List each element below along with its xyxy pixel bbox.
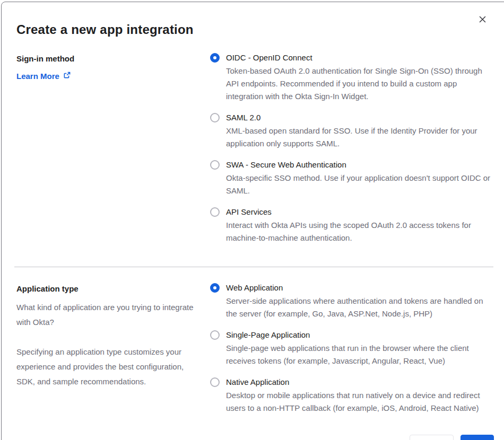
radio-option-description: Okta-specific SSO method. Use if your ap… [226, 172, 496, 197]
sign-in-method-options: OIDC - OpenID Connect Token-based OAuth … [210, 52, 504, 244]
radio-option-swa: SWA - Secure Web Authentication Okta-spe… [210, 159, 504, 197]
radio-option-label[interactable]: Web Application [226, 282, 496, 294]
radio-option-single-page-application: Single-Page Application Single-page web … [210, 329, 504, 367]
radio-option-description: Token-based OAuth 2.0 authentication for… [226, 65, 496, 103]
radio-option-description: Desktop or mobile applications that run … [226, 389, 496, 415]
application-type-left-column: Application type What kind of applicatio… [16, 283, 198, 415]
radio-option-description: Server-side applications where authentic… [226, 295, 496, 320]
close-icon [479, 15, 486, 23]
radio-option-label[interactable]: Native Application [226, 376, 496, 388]
learn-more-label: Learn More [16, 72, 59, 81]
sign-in-method-left-column: Sign-in method Learn More [16, 53, 198, 244]
radio-button-saml[interactable] [210, 113, 220, 122]
application-type-helper-1: What kind of application are you trying … [16, 300, 198, 330]
radio-button-web-application[interactable] [210, 283, 220, 293]
radio-button-single-page-application[interactable] [210, 330, 220, 340]
external-link-icon [63, 71, 71, 81]
radio-button-api-services[interactable] [210, 207, 220, 217]
radio-option-description: Single-page web applications that run in… [226, 342, 496, 367]
radio-option-native-application: Native Application Desktop or mobile app… [210, 376, 504, 415]
radio-button-swa[interactable] [210, 160, 220, 170]
radio-option-description: Interact with Okta APIs using the scoped… [226, 219, 496, 244]
close-button[interactable] [476, 13, 489, 25]
create-app-integration-dialog: Create a new app integration Sign-in met… [1, 2, 504, 440]
dialog-title: Create a new app integration [16, 22, 504, 37]
radio-option-label[interactable]: API Services [226, 206, 496, 218]
learn-more-link[interactable]: Learn More [16, 71, 71, 81]
radio-option-label[interactable]: SAML 2.0 [226, 112, 496, 124]
radio-button-native-application[interactable] [210, 377, 220, 387]
radio-button-oidc[interactable] [210, 53, 220, 63]
section-divider [14, 267, 493, 267]
cancel-button[interactable]: Cancel [410, 435, 454, 440]
section-application-type: Application type What kind of applicatio… [16, 283, 504, 415]
application-type-helper-2: Specifying an application type customize… [16, 345, 198, 389]
radio-option-saml: SAML 2.0 XML-based open standard for SSO… [210, 112, 504, 150]
radio-option-web-application: Web Application Server-side applications… [210, 282, 504, 320]
sign-in-method-label: Sign-in method [16, 53, 198, 64]
dialog-footer: Cancel Next [15, 435, 494, 440]
radio-option-api-services: API Services Interact with Okta APIs usi… [210, 206, 504, 244]
application-type-options: Web Application Server-side applications… [210, 282, 504, 415]
radio-option-description: XML-based open standard for SSO. Use if … [226, 125, 496, 150]
radio-option-label[interactable]: Single-Page Application [226, 329, 496, 341]
radio-option-label[interactable]: SWA - Secure Web Authentication [226, 159, 496, 171]
section-sign-in-method: Sign-in method Learn More OIDC - OpenID … [16, 53, 504, 244]
application-type-label: Application type [16, 283, 198, 294]
radio-option-label[interactable]: OIDC - OpenID Connect [226, 52, 496, 64]
next-button[interactable]: Next [460, 435, 494, 440]
radio-option-oidc: OIDC - OpenID Connect Token-based OAuth … [210, 52, 504, 103]
